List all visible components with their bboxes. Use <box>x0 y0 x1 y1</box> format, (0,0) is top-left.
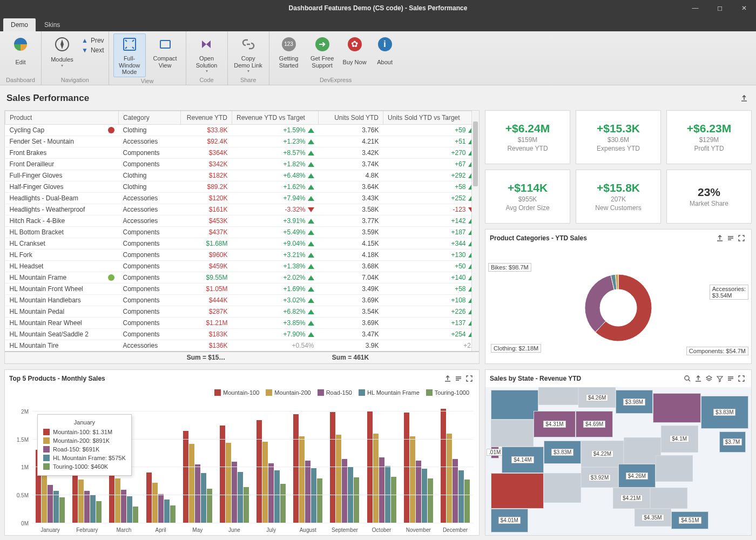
kpi-card[interactable]: 23%Market Share <box>666 170 752 224</box>
open-solution-button[interactable]: Open Solution▾ <box>191 33 223 76</box>
map-state[interactable] <box>538 387 578 405</box>
ribbon-group-devexpress: DevExpress <box>274 76 398 84</box>
next-button[interactable]: ▼Next <box>82 46 104 54</box>
kpi-card[interactable]: +$15.3K$30.6MExpenses YTD <box>576 110 661 164</box>
kpi-card[interactable]: +$6.23M$129MProfit YTD <box>666 110 752 164</box>
map-state[interactable]: $4.69M <box>576 411 613 437</box>
table-row[interactable]: Headlights - Weatherproof Accessories $1… <box>5 204 479 215</box>
map-state[interactable]: $4.35M <box>634 509 672 526</box>
map-state[interactable] <box>656 455 693 482</box>
col-revenue-target[interactable]: Revenue YTD vs Target <box>232 111 319 125</box>
compass-icon <box>53 36 71 53</box>
table-row[interactable]: Full-Finger Gloves Clothing $182K +6.48%… <box>5 170 479 181</box>
table-row[interactable]: HL Mountain Rear Wheel Components $1.21M… <box>5 318 479 329</box>
top5-chart[interactable]: 0M0.5M1M1.5M2M JanuaryFebruaryMarchApril… <box>5 398 479 535</box>
buy-now-button[interactable]: ✿ Buy Now <box>341 33 369 76</box>
window-close-button[interactable]: ✕ <box>732 0 756 16</box>
map-state[interactable]: $4.31M <box>534 411 576 437</box>
table-row[interactable]: Hitch Rack - 4-Bike Accessories $453K +3… <box>5 215 479 227</box>
map-state[interactable] <box>650 488 687 508</box>
table-row[interactable]: HL Mountain Tire Accessories $136K +0.54… <box>5 340 479 352</box>
map-state[interactable]: $3.83M <box>544 441 581 464</box>
map-state[interactable] <box>544 473 581 503</box>
sales-map[interactable]: $4.26M$3.98M$4.31M$4.69M$3.83M.01M$4.14M… <box>485 387 751 535</box>
sum-units: Sum = 461K <box>318 352 383 363</box>
table-row[interactable]: HL Headset Components $459K +1.38% 3.68K… <box>5 261 479 272</box>
map-state[interactable]: $4.01M <box>491 509 528 532</box>
prev-button[interactable]: ▲Prev <box>82 37 104 44</box>
map-drill-icon[interactable] <box>725 373 736 384</box>
col-revenue[interactable]: Revenue YTD <box>181 111 232 125</box>
table-row[interactable]: HL Mountain Frame Components $9.55M +2.0… <box>5 272 479 284</box>
map-export-icon[interactable] <box>693 373 704 384</box>
donut-maximize-icon[interactable] <box>736 233 747 244</box>
window-maximize-button[interactable]: ◻ <box>707 0 732 16</box>
ribbon: Edit Dashboard Modules▾ ▲Prev ▼Next Navi… <box>0 31 756 85</box>
donut-label-components: Components: $54.7M <box>686 347 748 355</box>
table-row[interactable]: HL Bottom Bracket Components $437K +5.49… <box>5 227 479 238</box>
table-row[interactable]: Front Derailleur Components $342K +1.82%… <box>5 159 479 170</box>
top5-chart-panel: Top 5 Products - Monthly Sales Mountain-… <box>4 369 480 536</box>
about-button[interactable]: i About <box>372 33 398 76</box>
get-support-button[interactable]: ➜ Get Free Support <box>307 33 338 76</box>
compact-view-button[interactable]: Compact View <box>149 33 181 77</box>
chart-drill-icon[interactable] <box>453 373 464 384</box>
map-state[interactable]: .01M <box>491 447 499 458</box>
map-state[interactable]: $3.92M <box>581 467 618 488</box>
chart-export-icon[interactable] <box>442 373 453 384</box>
map-state[interactable]: $4.26M <box>578 387 616 408</box>
map-state[interactable]: $3.7M <box>719 431 746 452</box>
full-window-button[interactable]: Full-Window Mode <box>113 33 146 77</box>
map-state[interactable]: $3.98M <box>616 390 653 414</box>
map-state[interactable]: $4.51M <box>671 511 708 529</box>
table-row[interactable]: Cycling Cap Clothing $33.8K +1.59% 3.76K… <box>5 125 479 136</box>
table-row[interactable]: HL Crankset Components $1.68M +9.04% 4.1… <box>5 238 479 249</box>
col-category[interactable]: Category <box>119 111 181 125</box>
map-maximize-icon[interactable] <box>736 373 747 384</box>
map-state[interactable] <box>491 473 544 509</box>
donut-chart[interactable]: Bikes: $98.7M Accessories:$3.54M Clothin… <box>485 247 751 363</box>
edit-button[interactable]: Edit <box>4 33 37 76</box>
table-row[interactable]: HL Mountain Pedal Components $287K +6.82… <box>5 306 479 318</box>
menu-tabstrip: Demo Skins <box>0 16 756 31</box>
map-state[interactable] <box>653 393 701 423</box>
map-state[interactable]: $4.26M <box>618 464 656 488</box>
col-units-target[interactable]: Units Sold YTD vs Target <box>383 111 479 125</box>
map-state[interactable] <box>491 420 534 446</box>
donut-export-icon[interactable] <box>714 233 725 244</box>
table-row[interactable]: Headlights - Dual-Beam Accessories $120K… <box>5 193 479 204</box>
map-state[interactable]: $4.14M <box>502 447 544 473</box>
donut-drill-icon[interactable] <box>725 233 736 244</box>
map-state[interactable]: $4.22M <box>581 441 624 467</box>
map-layers-icon[interactable] <box>704 373 714 384</box>
window-minimize-button[interactable]: — <box>683 0 707 16</box>
table-row[interactable]: HL Mountain Front Wheel Components $1.05… <box>5 284 479 295</box>
table-row[interactable]: Front Brakes Components $364K +8.57% 3.4… <box>5 147 479 159</box>
map-state[interactable]: $3.83M <box>701 396 749 428</box>
tab-skins[interactable]: Skins <box>37 18 68 31</box>
chart-maximize-icon[interactable] <box>464 373 475 384</box>
map-search-icon[interactable] <box>682 373 693 384</box>
col-product[interactable]: Product <box>5 111 119 125</box>
map-state[interactable]: $4.1M <box>661 426 698 452</box>
kpi-card[interactable]: +$114K$955KAvg Order Size <box>485 170 570 224</box>
table-row[interactable]: Half-Finger Gloves Clothing $89.2K +1.62… <box>5 181 479 193</box>
kpi-card[interactable]: +$6.24M$159MRevenue YTD <box>485 110 570 164</box>
tab-demo[interactable]: Demo <box>3 18 36 31</box>
getting-started-button[interactable]: 123 Getting Started <box>274 33 304 76</box>
export-icon[interactable] <box>739 93 750 104</box>
grid-scrollbar[interactable] <box>471 111 479 351</box>
table-row[interactable]: HL Mountain Handlebars Components $444K … <box>5 295 479 306</box>
modules-button[interactable]: Modules▾ <box>46 33 78 76</box>
table-row[interactable]: HL Mountain Seat/Saddle 2 Components $18… <box>5 329 479 340</box>
copy-link-button[interactable]: Copy Demo Link▾ <box>232 33 265 76</box>
donut-label-accessories: Accessories:$3.54M <box>710 285 748 300</box>
ribbon-group-code: Code <box>191 76 223 84</box>
table-row[interactable]: Fender Set - Mountain Accessories $92.4K… <box>5 136 479 147</box>
map-filter-icon[interactable] <box>714 373 725 384</box>
table-row[interactable]: HL Fork Components $960K +3.21% 4.18K +1… <box>5 249 479 261</box>
col-units[interactable]: Units Sold YTD <box>319 111 383 125</box>
map-state[interactable]: $4.21M <box>613 488 650 508</box>
map-state[interactable] <box>491 390 539 420</box>
kpi-card[interactable]: +$15.8K207KNew Customers <box>576 170 661 224</box>
